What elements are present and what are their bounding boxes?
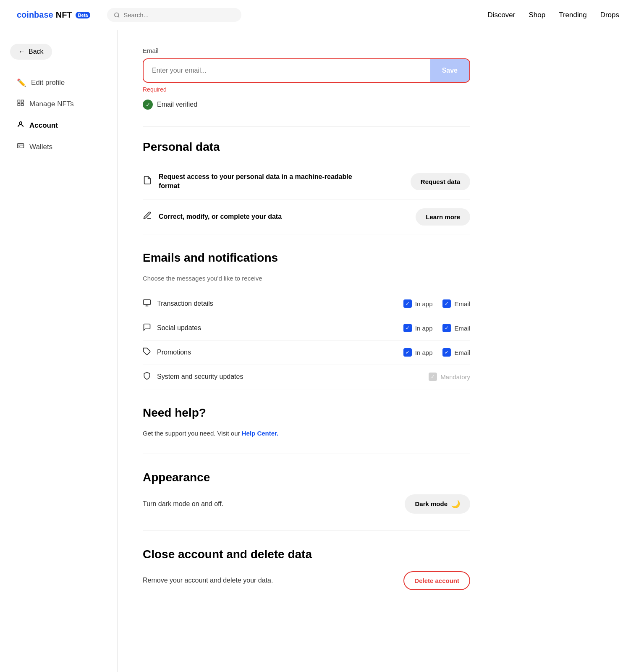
transaction-inapp-group: ✓ In app bbox=[403, 299, 433, 308]
back-arrow-icon: ← bbox=[18, 48, 25, 55]
email-label: Email bbox=[454, 349, 470, 356]
header: coinbase NFT Beta Discover Shop Trending… bbox=[0, 0, 636, 30]
notif-label-promotions: Promotions bbox=[157, 349, 191, 356]
sidebar-menu: ✏️ Edit profile Manage NFTs Account Wal bbox=[10, 73, 107, 157]
sidebar-item-label: Wallets bbox=[29, 143, 52, 151]
svg-rect-5 bbox=[21, 104, 24, 106]
notifications-subtitle: Choose the messages you'd like to receiv… bbox=[143, 275, 470, 282]
in-app-label: In app bbox=[415, 300, 433, 307]
nav-item-trending[interactable]: Trending bbox=[559, 11, 586, 19]
social-email-checkbox[interactable]: ✓ bbox=[442, 324, 451, 332]
email-field[interactable] bbox=[144, 59, 430, 82]
notifications-section: Emails and notifications Choose the mess… bbox=[143, 251, 470, 389]
logo-coinbase: coinbase bbox=[17, 10, 53, 20]
social-email-group: ✓ Email bbox=[442, 324, 470, 332]
sidebar-item-manage-nfts[interactable]: Manage NFTs bbox=[10, 94, 107, 114]
request-data-button[interactable]: Request data bbox=[411, 173, 470, 190]
nav-item-drops[interactable]: Drops bbox=[600, 11, 619, 19]
delete-account-row: Remove your account and delete your data… bbox=[143, 571, 470, 590]
moon-icon: 🌙 bbox=[451, 499, 460, 509]
email-verified-row: ✓ Email verified bbox=[143, 100, 470, 110]
promotions-inapp-checkbox[interactable]: ✓ bbox=[403, 348, 412, 357]
close-account-section: Close account and delete data Remove you… bbox=[143, 548, 470, 590]
appearance-title: Appearance bbox=[143, 471, 470, 484]
security-mandatory-group: ✓ Mandatory bbox=[429, 373, 470, 381]
document-icon bbox=[143, 176, 152, 187]
dark-mode-label: Dark mode bbox=[415, 500, 448, 507]
wallets-icon bbox=[17, 142, 24, 152]
close-account-title: Close account and delete data bbox=[143, 548, 470, 561]
svg-rect-10 bbox=[144, 299, 151, 304]
promotions-email-checkbox[interactable]: ✓ bbox=[442, 348, 451, 357]
security-mandatory-checkbox: ✓ bbox=[429, 373, 437, 381]
help-title: Need help? bbox=[143, 406, 470, 420]
notif-label-transaction: Transaction details bbox=[157, 300, 213, 307]
email-label: Email bbox=[454, 325, 470, 332]
save-email-button[interactable]: Save bbox=[430, 59, 469, 82]
learn-more-button[interactable]: Learn more bbox=[416, 208, 470, 226]
search-input[interactable] bbox=[123, 11, 235, 18]
notifications-title: Emails and notifications bbox=[143, 251, 470, 265]
promotions-email-group: ✓ Email bbox=[442, 348, 470, 357]
logo-beta-badge: Beta bbox=[76, 12, 91, 18]
email-section: Email Save Required ✓ Email verified bbox=[143, 47, 470, 110]
appearance-row: Turn dark mode on and off. Dark mode 🌙 bbox=[143, 494, 470, 514]
back-button[interactable]: ← Back bbox=[10, 44, 52, 60]
svg-rect-7 bbox=[18, 144, 24, 148]
social-inapp-checkbox[interactable]: ✓ bbox=[403, 324, 412, 332]
svg-point-6 bbox=[19, 122, 22, 124]
help-section: Need help? Get the support you need. Vis… bbox=[143, 406, 470, 437]
notif-row-promotions: Promotions ✓ In app ✓ Email bbox=[143, 341, 470, 365]
logo: coinbase NFT Beta bbox=[17, 10, 90, 20]
personal-data-title: Personal data bbox=[143, 140, 470, 154]
sidebar-item-label: Account bbox=[29, 121, 58, 130]
sidebar-item-wallets[interactable]: Wallets bbox=[10, 137, 107, 157]
mandatory-text: Mandatory bbox=[440, 373, 470, 381]
in-app-label: In app bbox=[415, 349, 433, 356]
logo-nft: NFT bbox=[56, 10, 72, 20]
promotions-icon bbox=[143, 347, 151, 358]
appearance-section: Appearance Turn dark mode on and off. Da… bbox=[143, 471, 470, 514]
transaction-inapp-checkbox[interactable]: ✓ bbox=[403, 299, 412, 308]
nav-item-shop[interactable]: Shop bbox=[529, 11, 545, 19]
nav-item-discover[interactable]: Discover bbox=[487, 11, 515, 19]
security-icon bbox=[143, 372, 151, 382]
transaction-icon bbox=[143, 299, 151, 309]
dark-mode-button[interactable]: Dark mode 🌙 bbox=[405, 494, 470, 514]
search-icon bbox=[114, 12, 120, 18]
page-layout: ← Back ✏️ Edit profile Manage NFTs Accou… bbox=[0, 30, 636, 672]
main-content: Email Save Required ✓ Email verified Per… bbox=[118, 30, 495, 672]
social-icon bbox=[143, 323, 151, 333]
transaction-email-checkbox[interactable]: ✓ bbox=[442, 299, 451, 308]
help-text: Get the support you need. Visit our Help… bbox=[143, 430, 470, 437]
correct-data-row: Correct, modify, or complete your data L… bbox=[143, 200, 470, 234]
email-verified-text: Email verified bbox=[157, 101, 197, 108]
sidebar-item-account[interactable]: Account bbox=[10, 116, 107, 135]
notif-row-transaction: Transaction details ✓ In app ✓ Email bbox=[143, 292, 470, 316]
sidebar-item-edit-profile[interactable]: ✏️ Edit profile bbox=[10, 73, 107, 92]
help-center-link[interactable]: Help Center. bbox=[242, 430, 279, 437]
svg-line-1 bbox=[118, 16, 120, 17]
transaction-email-group: ✓ Email bbox=[442, 299, 470, 308]
svg-rect-3 bbox=[21, 100, 24, 102]
required-text: Required bbox=[143, 86, 470, 93]
social-inapp-group: ✓ In app bbox=[403, 324, 433, 332]
request-data-row: Request access to your personal data in … bbox=[143, 164, 470, 200]
notif-label-social: Social updates bbox=[157, 324, 201, 332]
email-label: Email bbox=[454, 300, 470, 307]
promotions-inapp-group: ✓ In app bbox=[403, 348, 433, 357]
svg-rect-4 bbox=[18, 104, 20, 106]
notif-row-security: System and security updates ✓ Mandatory bbox=[143, 365, 470, 389]
request-data-text: Request access to your personal data in … bbox=[159, 172, 369, 191]
correct-data-text: Correct, modify, or complete your data bbox=[159, 212, 282, 221]
sidebar-item-label: Edit profile bbox=[31, 79, 65, 87]
manage-nfts-icon bbox=[17, 99, 24, 109]
svg-point-0 bbox=[115, 13, 119, 17]
edit-profile-icon: ✏️ bbox=[17, 78, 26, 87]
account-icon bbox=[17, 121, 24, 130]
pencil-icon bbox=[143, 211, 152, 223]
notif-label-security: System and security updates bbox=[157, 373, 243, 381]
search-bar bbox=[107, 8, 241, 22]
svg-rect-2 bbox=[18, 100, 20, 102]
delete-account-button[interactable]: Delete account bbox=[403, 571, 470, 590]
